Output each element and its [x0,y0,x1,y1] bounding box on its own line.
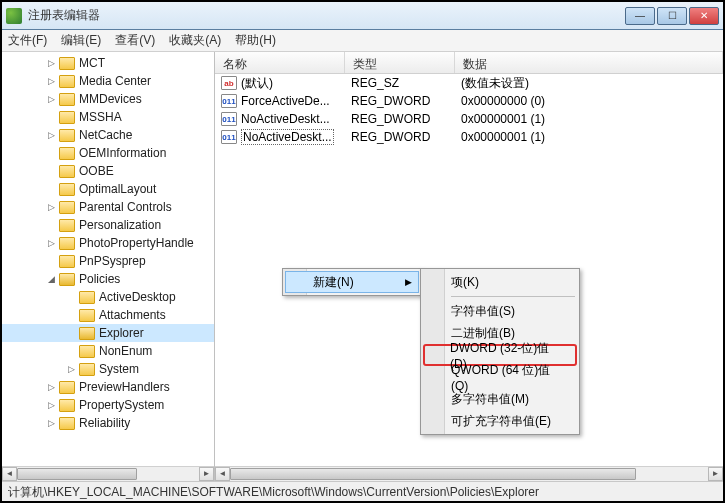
ctxmenu-item[interactable]: 多字符串值(M) [423,388,577,410]
tree-toggle-icon[interactable]: ◢ [46,274,57,285]
list-row[interactable]: ab(默认)REG_SZ(数值未设置) [215,74,723,92]
tree-item[interactable]: OptimalLayout [2,180,214,198]
tree-item[interactable]: ▷PreviewHandlers [2,378,214,396]
tree-item-label: Explorer [99,326,144,340]
tree-toggle-icon[interactable]: ▷ [46,418,57,429]
scroll-thumb[interactable] [230,468,636,480]
scroll-right-button[interactable]: ► [199,467,214,481]
col-header-data[interactable]: 数据 [455,52,723,73]
folder-icon [59,93,75,106]
tree-item[interactable]: ▷NetCache [2,126,214,144]
tree-toggle-icon [66,310,77,321]
scroll-right-button[interactable]: ► [708,467,723,481]
tree-item[interactable]: Attachments [2,306,214,324]
tree-item[interactable]: ▷System [2,360,214,378]
tree-content: ▷MCT▷Media Center▷MMDevicesMSSHA▷NetCach… [2,52,214,466]
list-hscrollbar[interactable]: ◄ ► [215,466,723,481]
folder-icon [59,75,75,88]
tree-item[interactable]: OEMInformation [2,144,214,162]
tree-item[interactable]: ▷Reliability [2,414,214,432]
tree-item[interactable]: ◢Policies [2,270,214,288]
ctxmenu-item[interactable]: 可扩充字符串值(E) [423,410,577,432]
folder-icon [59,201,75,214]
folder-icon [59,57,75,70]
tree-item-label: MSSHA [79,110,122,124]
menu-help[interactable]: 帮助(H) [235,32,276,49]
tree-toggle-icon [46,184,57,195]
tree-toggle-icon[interactable]: ▷ [46,94,57,105]
tree-item[interactable]: PnPSysprep [2,252,214,270]
tree-item[interactable]: MSSHA [2,108,214,126]
menu-favorites[interactable]: 收藏夹(A) [169,32,221,49]
scroll-left-button[interactable]: ◄ [2,467,17,481]
tree-toggle-icon[interactable]: ▷ [46,76,57,87]
tree-toggle-icon[interactable]: ▷ [46,382,57,393]
menu-edit[interactable]: 编辑(E) [61,32,101,49]
tree-item-label: System [99,362,139,376]
scroll-track[interactable] [17,467,199,481]
tree-item[interactable]: ActiveDesktop [2,288,214,306]
ctxmenu-item[interactable]: 字符串值(S) [423,300,577,322]
value-name: (默认) [241,75,273,92]
scroll-thumb[interactable] [17,468,137,480]
tree-toggle-icon[interactable]: ▷ [46,238,57,249]
tree-item[interactable]: ▷MCT [2,54,214,72]
tree-item[interactable]: ▷PhotoPropertyHandle [2,234,214,252]
value-name: NoActiveDeskt... [241,129,334,145]
tree-item[interactable]: Explorer [2,324,214,342]
value-name: ForceActiveDe... [241,94,330,108]
list-row[interactable]: 011NoActiveDeskt...REG_DWORD0x00000001 (… [215,110,723,128]
col-header-type[interactable]: 类型 [345,52,455,73]
tree-item[interactable]: ▷MMDevices [2,90,214,108]
binary-value-icon: 011 [221,94,237,108]
ctxmenu-label: 字符串值(S) [451,303,515,320]
tree-item-label: MCT [79,56,105,70]
tree-hscrollbar[interactable]: ◄ ► [2,466,214,481]
tree-item-label: Policies [79,272,120,286]
main-area: ▷MCT▷Media Center▷MMDevicesMSSHA▷NetCach… [2,52,723,481]
tree-toggle-icon[interactable]: ▷ [66,364,77,375]
folder-icon [59,237,75,250]
ctxmenu-item-new[interactable]: 新建(N) ▶ [285,271,419,293]
menu-view[interactable]: 查看(V) [115,32,155,49]
status-path: 计算机\HKEY_LOCAL_MACHINE\SOFTWARE\Microsof… [8,485,539,499]
tree-toggle-icon [46,220,57,231]
list-rows: ab(默认)REG_SZ(数值未设置)011ForceActiveDe...RE… [215,74,723,146]
col-header-name[interactable]: 名称 [215,52,345,73]
string-value-icon: ab [221,76,237,90]
list-row[interactable]: 011ForceActiveDe...REG_DWORD0x00000000 (… [215,92,723,110]
ctxmenu-item[interactable]: QWORD (64 位)值(Q) [423,366,577,388]
tree-item[interactable]: ▷PropertySystem [2,396,214,414]
tree-item-label: NonEnum [99,344,152,358]
tree-toggle-icon [46,256,57,267]
titlebar: 注册表编辑器 — ☐ ✕ [2,2,723,30]
tree-toggle-icon[interactable]: ▷ [46,130,57,141]
tree-item[interactable]: Personalization [2,216,214,234]
tree-toggle-icon[interactable]: ▷ [46,202,57,213]
scroll-track[interactable] [230,467,708,481]
binary-value-icon: 011 [221,112,237,126]
tree-item[interactable]: ▷Media Center [2,72,214,90]
folder-icon [59,219,75,232]
ctxmenu-item[interactable]: 项(K) [423,271,577,293]
menu-file[interactable]: 文件(F) [8,32,47,49]
tree-toggle-icon[interactable]: ▷ [46,400,57,411]
maximize-button[interactable]: ☐ [657,7,687,25]
tree-item[interactable]: NonEnum [2,342,214,360]
ctxmenu-label: 新建(N) [313,274,354,291]
tree-item-label: PreviewHandlers [79,380,170,394]
scroll-left-button[interactable]: ◄ [215,467,230,481]
folder-icon [59,273,75,286]
tree-item[interactable]: ▷Parental Controls [2,198,214,216]
folder-icon [79,327,95,340]
value-data: 0x00000001 (1) [455,130,723,144]
tree-item[interactable]: OOBE [2,162,214,180]
minimize-button[interactable]: — [625,7,655,25]
value-data: (数值未设置) [455,75,723,92]
folder-icon [79,363,95,376]
value-data: 0x00000000 (0) [455,94,723,108]
list-row[interactable]: 011NoActiveDeskt...REG_DWORD0x00000001 (… [215,128,723,146]
ctxmenu-label: 多字符串值(M) [451,391,529,408]
close-button[interactable]: ✕ [689,7,719,25]
tree-toggle-icon[interactable]: ▷ [46,58,57,69]
